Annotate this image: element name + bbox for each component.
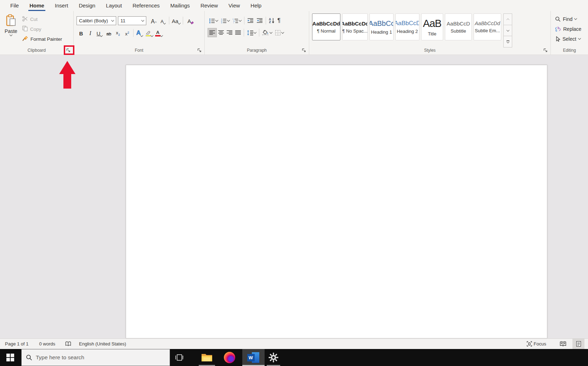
underline-button[interactable]: U — [95, 28, 104, 38]
select-label: Select — [562, 36, 576, 42]
taskbar-search[interactable] — [21, 349, 170, 366]
style-subtle-emphasis[interactable]: AaBbCcDd Subtle Em... — [474, 13, 501, 40]
highlight-color-button[interactable] — [144, 28, 154, 38]
style-heading-2[interactable]: AaBbCcD Heading 2 — [395, 13, 419, 40]
divider — [133, 29, 134, 37]
svg-text:b: b — [558, 26, 560, 30]
page-indicator[interactable]: Page 1 of 1 — [4, 339, 30, 349]
document-page[interactable] — [126, 65, 547, 338]
text-effects-button[interactable]: A — [135, 28, 144, 38]
tab-layout[interactable]: Layout — [101, 0, 127, 11]
bullets-button[interactable] — [208, 16, 219, 25]
tab-design[interactable]: Design — [73, 0, 101, 11]
font-color-button[interactable]: A — [154, 28, 164, 38]
align-left-icon — [209, 30, 215, 35]
grow-caret-icon: ^ — [155, 21, 157, 24]
paste-button[interactable]: Paste — [0, 13, 22, 47]
style-subtitle[interactable]: AaBbCcD Subtitle — [445, 13, 472, 40]
read-mode-button[interactable] — [557, 339, 569, 349]
shrink-font-button[interactable]: A — [158, 16, 168, 25]
style-heading-1[interactable]: AaBbCc Heading 1 — [369, 13, 394, 40]
font-dialog-launcher[interactable] — [197, 47, 202, 53]
select-button[interactable]: Select — [555, 35, 588, 43]
editing-group: Find b c Replace — [551, 11, 588, 55]
document-area — [0, 55, 588, 338]
tab-home[interactable]: Home — [24, 0, 50, 11]
font-name-chevron-icon — [111, 18, 114, 21]
style-title[interactable]: AaB Title — [421, 13, 443, 40]
clipboard-group-label: Clipboard — [0, 47, 73, 55]
replace-button[interactable]: b c Replace — [555, 25, 588, 33]
clear-formatting-button[interactable]: A — [185, 16, 194, 25]
align-center-button[interactable] — [217, 28, 225, 37]
increase-indent-button[interactable] — [255, 16, 264, 25]
tab-view[interactable]: View — [223, 0, 245, 11]
numbering-button[interactable]: 1 2 3 — [219, 16, 231, 25]
language-indicator[interactable]: English (United States) — [78, 339, 128, 349]
proofing-status[interactable] — [64, 339, 73, 349]
format-painter-button[interactable]: Format Painter — [22, 35, 62, 43]
taskbar: W — [0, 349, 588, 366]
paragraph-group: 1 2 3 1 a i — [205, 11, 309, 55]
superscript-button[interactable]: x2 — [123, 28, 132, 38]
font-size-chevron-icon — [141, 18, 144, 21]
tab-file[interactable]: File — [5, 0, 24, 11]
divider — [266, 17, 266, 24]
borders-chevron-icon — [281, 30, 284, 33]
paragraph-dialog-launcher[interactable] — [301, 47, 307, 53]
font-size-combo[interactable]: 11 — [118, 16, 146, 25]
style-no-spacing[interactable]: AaBbCcDd ¶ No Spac... — [342, 13, 368, 40]
find-button[interactable]: Find — [555, 15, 588, 23]
start-button[interactable] — [0, 349, 21, 366]
decrease-indent-button[interactable] — [246, 16, 255, 25]
copy-button[interactable]: Copy — [22, 25, 62, 33]
tab-mailings[interactable]: Mailings — [165, 0, 195, 11]
replace-label: Replace — [563, 26, 581, 32]
styles-scroll-down-button[interactable] — [503, 25, 512, 36]
ribbon-content: Paste Cut — [0, 11, 588, 55]
grow-font-button[interactable]: A ^ — [149, 16, 158, 25]
firefox-button[interactable] — [220, 349, 239, 366]
find-label: Find — [563, 16, 572, 22]
bold-button[interactable]: B — [77, 28, 86, 38]
align-left-button[interactable] — [208, 28, 217, 37]
tab-references[interactable]: References — [127, 0, 165, 11]
multilevel-list-button[interactable]: 1 a i — [231, 16, 243, 25]
svg-text:i: i — [233, 21, 234, 23]
change-case-button[interactable]: Aa — [171, 16, 181, 25]
shading-button[interactable] — [261, 28, 273, 37]
styles-scroll-up-button[interactable] — [503, 13, 512, 25]
highlight-color-bar — [146, 35, 151, 36]
subscript-button[interactable]: x2 — [113, 28, 123, 38]
tab-review[interactable]: Review — [195, 0, 223, 11]
styles-dialog-launcher[interactable] — [543, 47, 548, 53]
print-layout-button[interactable] — [572, 339, 584, 349]
divider — [244, 29, 244, 36]
cut-button[interactable]: Cut — [22, 15, 62, 23]
search-input[interactable] — [36, 354, 156, 361]
focus-mode-button[interactable]: Focus — [525, 339, 548, 349]
show-paragraph-marks-button[interactable]: ¶ — [276, 16, 282, 25]
word-count[interactable]: 0 words — [38, 339, 57, 349]
justify-button[interactable] — [234, 28, 242, 37]
decrease-indent-icon — [247, 18, 254, 23]
bullet-list-icon — [209, 18, 215, 23]
line-spacing-button[interactable] — [245, 28, 258, 37]
italic-button[interactable]: I — [86, 28, 95, 38]
file-explorer-button[interactable] — [197, 349, 216, 366]
multilevel-list-icon: 1 a i — [232, 18, 238, 23]
sort-button[interactable]: A Z — [267, 16, 276, 25]
align-right-button[interactable] — [225, 28, 234, 37]
style-normal[interactable]: AaBbCcDd ¶ Normal — [312, 13, 340, 40]
tab-help[interactable]: Help — [245, 0, 267, 11]
font-name-combo[interactable]: Calibri (Body) — [77, 16, 116, 25]
task-view-button[interactable] — [171, 349, 188, 366]
tab-insert[interactable]: Insert — [50, 0, 74, 11]
borders-button[interactable] — [273, 28, 285, 37]
strikethrough-button[interactable]: ab — [104, 28, 113, 38]
word-taskbar-button[interactable]: W — [242, 349, 265, 366]
justify-icon — [235, 30, 241, 35]
styles-more-button[interactable] — [503, 36, 512, 47]
settings-button[interactable] — [265, 349, 282, 366]
file-explorer-icon — [201, 353, 213, 362]
